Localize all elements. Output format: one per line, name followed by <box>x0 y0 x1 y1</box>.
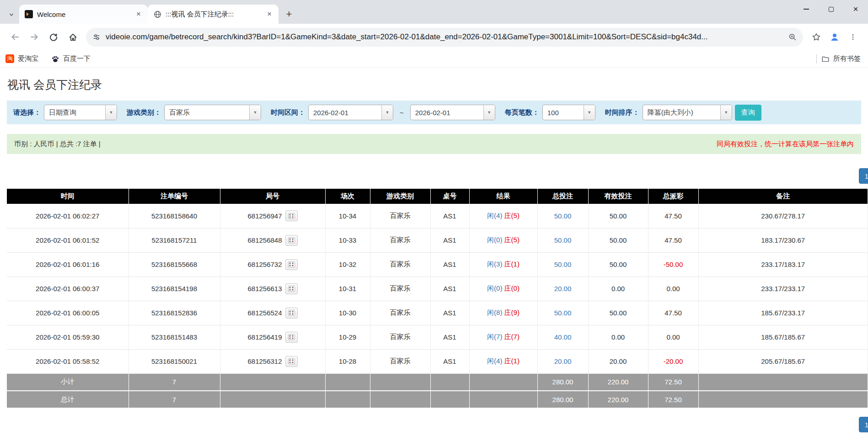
cell-total-bet[interactable]: 40.00 <box>537 325 588 349</box>
cell-session: 10-32 <box>325 252 370 276</box>
cell-valid-bet: 50.00 <box>588 228 648 252</box>
total-count: 7 <box>129 391 220 408</box>
sort-select[interactable]: 降冪(由大到小) ▼ <box>643 105 732 120</box>
url-text[interactable]: videoie.com/game/betrecord_search/kind3?… <box>106 32 783 42</box>
table-header-row: 时间 注单编号 局号 场次 游戏类别 桌号 结果 总投注 有效投注 总派彩 备注 <box>7 189 868 204</box>
bookmark-aitaobao[interactable]: 淘 爱淘宝 <box>5 54 38 63</box>
browser-menu-button[interactable] <box>844 28 862 46</box>
back-arrow-icon <box>11 32 20 42</box>
reload-button[interactable] <box>45 28 62 46</box>
empty-cell <box>698 391 868 408</box>
page-size-select[interactable]: 100 ▼ <box>542 105 595 120</box>
cell-time: 2026-02-01 05:59:30 <box>7 325 129 349</box>
filter-bar: 请选择： 日期查询 ▼ 游戏类别： 百家乐 ▼ 时间区间： 2026-02-01… <box>7 101 861 124</box>
maximize-button[interactable] <box>819 0 843 18</box>
summary-bar: 币别 : 人民币 | 总共 :7 注单 | 同局有效投注，统一计算在该局第一张注… <box>7 134 861 154</box>
cell-table-no: AS1 <box>430 349 469 373</box>
site-settings-icon[interactable] <box>92 33 101 41</box>
roadmap-icon <box>288 213 295 219</box>
empty-cell <box>220 373 325 391</box>
cell-total-bet[interactable]: 20.00 <box>537 276 588 301</box>
close-window-button[interactable]: × <box>843 0 868 18</box>
home-icon <box>68 32 78 42</box>
page-1-button[interactable]: 1 <box>859 417 868 432</box>
close-tab-icon[interactable]: × <box>265 10 274 19</box>
cell-game-type: 百家乐 <box>370 252 430 276</box>
cell-total-bet[interactable]: 20.00 <box>537 349 588 373</box>
col-valid-bet: 有效投注 <box>588 189 648 204</box>
cell-table-no: AS1 <box>430 301 469 325</box>
roadmap-button[interactable] <box>285 235 298 246</box>
result-banker: 庄(7) <box>504 333 520 340</box>
url-bar[interactable]: videoie.com/game/betrecord_search/kind3?… <box>86 28 803 47</box>
all-bookmarks-button[interactable]: 所有书签 <box>821 54 861 63</box>
roadmap-button[interactable] <box>285 210 298 221</box>
query-type-label: 请选择： <box>13 108 41 117</box>
roadmap-icon <box>288 286 295 292</box>
round-id-text: 681256732 <box>247 261 282 268</box>
roadmap-button[interactable] <box>285 308 298 319</box>
table-row: 2026-02-01 06:00:05523168152836681256524… <box>7 301 868 325</box>
date-range-label: 时间区间： <box>271 108 305 117</box>
cell-session: 10-28 <box>325 349 370 373</box>
page-size-label: 每页笔数： <box>505 108 539 117</box>
roadmap-button[interactable] <box>285 283 298 294</box>
cell-round-id: 681256312 <box>220 349 325 373</box>
page-1-button[interactable]: 1 <box>859 168 868 184</box>
game-type-select[interactable]: 百家乐 ▼ <box>164 105 261 120</box>
round-id-text: 681256947 <box>247 212 282 220</box>
result-banker: 庄(9) <box>504 308 520 316</box>
cell-time: 2026-02-01 06:01:52 <box>7 228 129 252</box>
tab-search-button[interactable] <box>4 5 19 24</box>
result-banker: 庄(0) <box>504 284 520 292</box>
date-start-select[interactable]: 2026-02-01 ▼ <box>308 105 393 120</box>
roadmap-button[interactable] <box>285 356 298 367</box>
bookmark-star-button[interactable] <box>808 28 825 46</box>
cell-table-no: AS1 <box>430 276 469 301</box>
subtotal-label: 小计 <box>7 373 129 391</box>
tab-strip: Welcome × :::视讯 会员下注纪录::: × + × <box>0 0 868 24</box>
forward-button[interactable] <box>26 28 43 46</box>
result-player: 闲(0) <box>487 284 502 292</box>
cell-result: 闲(3) 庄(1) <box>469 252 537 276</box>
cell-valid-bet: 20.00 <box>588 349 648 373</box>
close-tab-icon[interactable]: × <box>134 10 143 19</box>
back-button[interactable] <box>6 28 24 46</box>
cell-result: 闲(7) 庄(7) <box>469 325 537 349</box>
query-type-select[interactable]: 日期查询 ▼ <box>44 105 117 120</box>
cell-session: 10-34 <box>325 204 370 228</box>
minimize-button[interactable] <box>794 0 819 18</box>
cell-result: 闲(4) 庄(1) <box>469 349 537 373</box>
profile-avatar[interactable] <box>827 29 842 45</box>
search-button[interactable]: 查询 <box>735 105 761 121</box>
subtotal-total-bet: 280.00 <box>537 373 588 391</box>
cell-total-bet[interactable]: 50.00 <box>537 301 588 325</box>
cell-round-id: 681256524 <box>220 301 325 325</box>
page-title: 视讯 会员下注纪录 <box>7 78 868 91</box>
summary-note: 同局有效投注，统一计算在该局第一张注单内 <box>717 140 854 149</box>
zoom-icon[interactable] <box>788 33 797 41</box>
round-id-text: 681256848 <box>247 236 282 244</box>
cell-bet-id: 523168155668 <box>129 252 220 276</box>
bookmark-baidu[interactable]: 百度一下 <box>51 54 91 63</box>
col-time: 时间 <box>7 189 129 204</box>
cell-bet-id: 523168152836 <box>129 301 220 325</box>
roadmap-button[interactable] <box>285 259 298 270</box>
cell-bet-id: 523168157211 <box>129 228 220 252</box>
result-banker: 庄(1) <box>504 260 520 268</box>
cell-total-bet[interactable]: 50.00 <box>537 204 588 228</box>
window-controls: × <box>794 0 868 18</box>
new-tab-button[interactable]: + <box>281 6 297 22</box>
game-type-label: 游戏类别： <box>127 108 161 117</box>
cell-total-bet[interactable]: 50.00 <box>537 252 588 276</box>
home-button[interactable] <box>64 28 81 46</box>
date-end-select[interactable]: 2026-02-01 ▼ <box>410 105 495 120</box>
bookmark-label: 百度一下 <box>63 54 91 63</box>
cell-total-bet[interactable]: 50.00 <box>537 228 588 252</box>
cell-bet-id: 523168151483 <box>129 325 220 349</box>
roadmap-button[interactable] <box>285 332 298 343</box>
result-banker: 庄(5) <box>504 236 520 244</box>
tab-welcome[interactable]: Welcome × <box>19 5 148 24</box>
tab-bet-records[interactable]: :::视讯 会员下注纪录::: × <box>148 5 279 24</box>
round-id-text: 681256524 <box>247 309 282 317</box>
